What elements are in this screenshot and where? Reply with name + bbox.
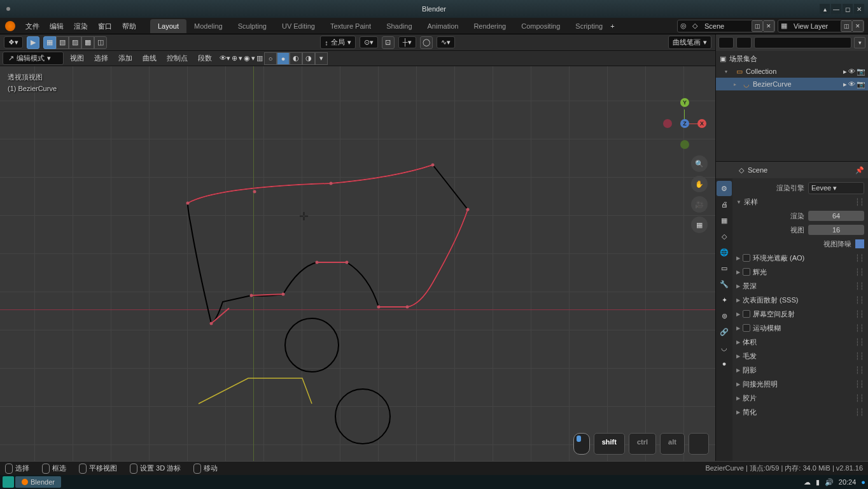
shading-solid-button[interactable]: ● [277, 52, 290, 65]
tray-clock[interactable]: 20:24 [839, 478, 857, 486]
stroke-placement-dropdown[interactable]: 曲线笔画 ▾ [668, 36, 711, 49]
workspace-tab-compositing[interactable]: Compositing [514, 19, 568, 33]
gizmo-neg-x[interactable] [663, 119, 672, 128]
navigation-gizmo[interactable]: Z Y X [666, 104, 704, 143]
panel-header[interactable]: ▶胶片┆┆ [736, 391, 864, 405]
proportional-dropdown[interactable]: ∿▾ [437, 36, 455, 48]
viewport-denoise-checkbox[interactable] [855, 239, 864, 248]
panel-header[interactable]: ▶环境光遮蔽 (AO)┆┆ [736, 251, 864, 265]
add-workspace-button[interactable]: + [610, 22, 614, 30]
gizmo-neg-y[interactable] [680, 140, 689, 149]
viewport-menu-控制点[interactable]: 控制点 [162, 53, 193, 63]
disclosure-triangle-icon[interactable]: ▶ [736, 353, 740, 359]
outliner-search-input[interactable] [754, 37, 851, 48]
pivot-dropdown[interactable]: ⊙▾ [360, 36, 378, 48]
workspace-tab-sculpting[interactable]: Sculpting [230, 19, 274, 33]
panel-header[interactable]: ▶简化┆┆ [736, 405, 864, 419]
gizmo-z-axis[interactable]: Z [680, 119, 689, 128]
viewport-samples-field[interactable]: 16 [808, 225, 864, 235]
render-tab[interactable]: ⚙ [717, 181, 732, 196]
viewport-menu-选择[interactable]: 选择 [89, 53, 113, 63]
workspace-tab-rendering[interactable]: Rendering [466, 19, 514, 33]
modifier-tab[interactable]: 🔧 [717, 276, 732, 292]
workspace-tab-scripting[interactable]: Scripting [568, 19, 610, 33]
rollup-icon[interactable]: ▴ [820, 4, 830, 14]
maximize-icon[interactable]: ◻ [843, 4, 853, 14]
viewport-menu-视图[interactable]: 视图 [65, 53, 89, 63]
select-subtract-button[interactable]: ▨ [69, 36, 81, 49]
viewport-menu-曲线[interactable]: 曲线 [137, 53, 162, 63]
menu-窗口[interactable]: 窗口 [93, 18, 117, 34]
particle-tab[interactable]: ✦ [717, 292, 732, 308]
outliner-object-row[interactable]: ▸ ◡ BezierCurve ▸ 👁 📷 [716, 78, 868, 90]
panel-header[interactable]: ▶体积┆┆ [736, 335, 864, 349]
camera-button[interactable]: 🎥 [691, 196, 708, 213]
viewport-menu-添加[interactable]: 添加 [113, 53, 137, 63]
select-box-button[interactable]: ▦ [43, 36, 56, 49]
orientation-dropdown[interactable]: ↕ 全局 ▾ [320, 36, 356, 49]
hide-select-icon[interactable]: ▸ [843, 67, 847, 76]
scene-tab[interactable]: ◇ [717, 229, 732, 244]
panel-grip-icon[interactable]: ┆┆ [855, 282, 864, 290]
disclosure-triangle-icon[interactable]: ▶ [736, 311, 740, 317]
ortho-toggle-button[interactable]: ▦ [691, 216, 708, 233]
menu-文件[interactable]: 文件 [20, 18, 45, 34]
viewport-menu-段数[interactable]: 段数 [193, 53, 217, 63]
panel-enable-checkbox[interactable] [743, 324, 750, 332]
panel-grip-icon[interactable]: ┆┆ [855, 268, 864, 276]
workspace-tab-modeling[interactable]: Modeling [186, 19, 230, 33]
hide-viewport-icon[interactable]: 👁 [848, 80, 855, 89]
panel-grip-icon[interactable]: ┆┆ [855, 296, 864, 304]
scene-name[interactable]: Scene [701, 22, 752, 30]
panel-header[interactable]: ▶次表面散射 (SSS)┆┆ [736, 293, 864, 307]
select-extend-button[interactable]: ▧ [56, 36, 69, 49]
disclosure-triangle-icon[interactable]: ▶ [736, 269, 740, 275]
tray-volume-icon[interactable]: 🔊 [825, 478, 834, 486]
pan-button[interactable]: ✋ [691, 176, 708, 192]
workspace-tab-layout[interactable]: Layout [150, 19, 186, 33]
disclosure-triangle-icon[interactable]: ▶ [736, 367, 740, 373]
layer-delete-button[interactable]: ✕ [852, 20, 864, 32]
outliner-filter-button[interactable]: ▾ [854, 37, 865, 48]
gizmo-x-axis[interactable]: X [697, 119, 706, 128]
disclosure-triangle-icon[interactable]: ▶ [736, 297, 740, 303]
workspace-tab-shading[interactable]: Shading [379, 19, 419, 33]
snap-toggle[interactable]: ⊡ [382, 36, 395, 49]
physics-tab[interactable]: ⊚ [717, 308, 732, 323]
scene-delete-button[interactable]: ✕ [763, 20, 774, 32]
editor-type-dropdown[interactable]: ❖▾ [4, 36, 23, 48]
properties-editor-dropdown[interactable] [720, 164, 735, 176]
gizmo-y-axis[interactable]: Y [680, 98, 689, 107]
gizmos-toggle[interactable]: ⊕ [232, 54, 237, 62]
output-tab[interactable]: 🖨 [717, 197, 732, 212]
panel-grip-icon[interactable]: ┆┆ [855, 324, 864, 332]
disclosure-triangle-icon[interactable]: ▾ [725, 69, 731, 74]
workspace-tab-texture-paint[interactable]: Texture Paint [323, 19, 379, 33]
panel-grip-icon[interactable]: ┆┆ [855, 394, 864, 402]
disclosure-triangle-icon[interactable]: ▶ [736, 395, 740, 401]
view-layer-name[interactable]: View Layer [790, 22, 841, 30]
disclosure-triangle-icon[interactable]: ▶ [736, 339, 740, 345]
shading-rendered-button[interactable]: ◑ [302, 52, 315, 65]
panel-header[interactable]: ▶阴影┆┆ [736, 363, 864, 377]
blender-logo-icon[interactable] [5, 21, 15, 31]
cursor-tool-button[interactable]: ▶ [27, 36, 39, 49]
layer-new-button[interactable]: ◫ [841, 20, 852, 32]
view-layer-selector[interactable]: ▦ View Layer ◫ ✕ [778, 20, 864, 32]
panel-header[interactable]: ▶毛发┆┆ [736, 349, 864, 363]
zoom-button[interactable]: 🔍 [691, 155, 708, 172]
outliner-display-mode-dropdown[interactable] [718, 37, 734, 48]
shading-options-dropdown[interactable]: ▾ [315, 52, 328, 65]
tray-record-icon[interactable]: ● [861, 478, 865, 486]
view-object-types-button[interactable]: 👁▾ [220, 54, 230, 62]
taskbar-app-blender[interactable]: Blender [15, 476, 61, 488]
world-tab[interactable]: 🌐 [717, 244, 732, 260]
data-tab[interactable]: ◡ [717, 340, 732, 355]
select-invert-button[interactable]: ◫ [94, 36, 107, 49]
snap-type-dropdown[interactable]: ┼▾ [398, 36, 416, 48]
minimize-icon[interactable]: — [831, 4, 841, 14]
overlays-toggle[interactable]: ◉ [244, 54, 250, 62]
panel-grip-icon[interactable]: ┆┆ [855, 352, 864, 360]
panel-header[interactable]: ▶景深┆┆ [736, 279, 864, 293]
constraint-tab[interactable]: 🔗 [717, 324, 732, 339]
